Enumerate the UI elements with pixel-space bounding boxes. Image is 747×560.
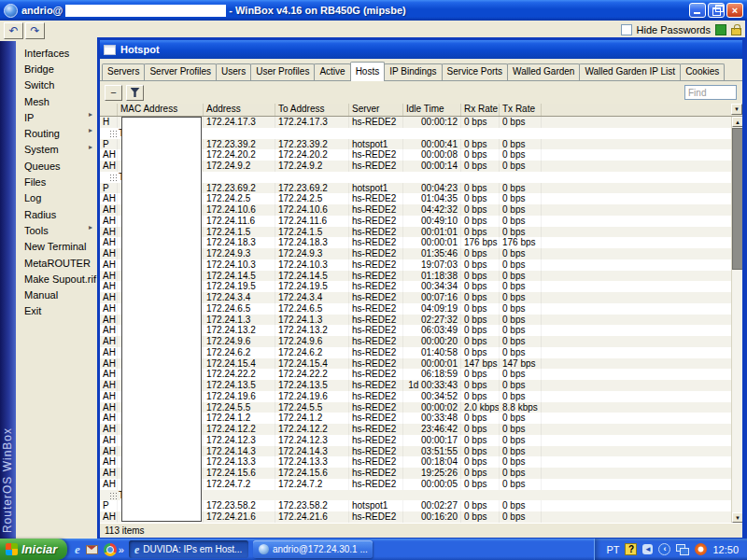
cell-filler <box>542 479 742 490</box>
sidebar-item-log[interactable]: Log <box>16 190 97 206</box>
cell-to-address: 172.24.1.3 <box>275 315 349 326</box>
cell-address: 172.24.2.5 <box>204 193 275 204</box>
envelope-icon[interactable] <box>86 545 98 554</box>
comment-icon <box>109 130 117 137</box>
tab-ip-bindings[interactable]: IP Bindings <box>384 63 442 80</box>
sidebar-item-manual[interactable]: Manual <box>16 287 97 302</box>
cell-flags: AH <box>100 161 118 172</box>
close-button[interactable]: × <box>726 3 743 18</box>
sidebar-item-new-terminal[interactable]: New Terminal <box>16 239 97 255</box>
chrome-icon[interactable] <box>104 543 117 556</box>
cell-tx-rate: 0 bps <box>500 500 542 511</box>
column-header-address[interactable]: Address <box>204 104 275 116</box>
sidebar-item-tools[interactable]: Tools▸ <box>16 222 97 238</box>
cell-server: hs-REDE2 <box>349 456 403 468</box>
cell-flags: AH <box>100 380 118 391</box>
cell-rx-rate: 0 bps <box>461 336 500 347</box>
cell-filler <box>542 292 742 303</box>
cell-address: 172.24.11.6 <box>204 216 275 227</box>
antivirus-icon[interactable] <box>695 543 707 555</box>
cell-server: hs-REDE2 <box>349 259 403 271</box>
tab-active[interactable]: Active <box>314 63 350 80</box>
ie-icon[interactable]: e <box>75 543 80 555</box>
language-indicator[interactable]: PT <box>606 544 619 555</box>
cell-flags: AH <box>100 402 118 413</box>
scrollbar-thumb[interactable] <box>732 128 742 270</box>
sidebar-item-interfaces[interactable]: Interfaces <box>16 45 97 61</box>
cell-rx-rate: 0 bps <box>461 259 500 271</box>
messenger-icon[interactable]: ‹ <box>658 543 670 555</box>
help-icon[interactable]: ? <box>625 543 637 555</box>
scroll-up-button[interactable]: ▲ <box>732 117 742 127</box>
sidebar-item-ip[interactable]: IP▸ <box>16 109 97 125</box>
column-header-flags[interactable] <box>100 104 118 116</box>
cell-idle-time: 00:00:20 <box>403 336 461 347</box>
hide-passwords-checkbox[interactable] <box>621 24 632 35</box>
tab-user-profiles[interactable]: User Profiles <box>250 63 315 80</box>
tab-hosts[interactable]: Hosts <box>350 62 386 81</box>
winbox-icon <box>259 544 269 554</box>
cell-address: 172.24.3.4 <box>204 292 275 303</box>
task-button-andrio-172-24-30-1[interactable]: andrio@172.24.30.1 ... <box>253 540 373 558</box>
scroll-down-button[interactable]: ▼ <box>732 512 742 523</box>
cell-tx-rate: 0 bps <box>500 139 542 150</box>
column-header-rx-rate[interactable]: Rx Rate <box>461 104 500 116</box>
start-button[interactable]: Iniciar <box>0 539 67 560</box>
tab-walled-garden-ip-list[interactable]: Walled Garden IP List <box>579 63 681 80</box>
cell-rx-rate: 0 bps <box>461 435 500 446</box>
cell-tx-rate: 0 bps <box>500 281 542 292</box>
sidebar-item-routing[interactable]: Routing▸ <box>16 125 97 141</box>
minimize-button[interactable] <box>689 3 706 18</box>
tab-service-ports[interactable]: Service Ports <box>442 63 508 80</box>
cell-server: hotspot1 <box>349 183 403 194</box>
cell-flags: P <box>100 183 118 194</box>
sidebar-item-files[interactable]: Files <box>16 174 97 189</box>
sidebar-item-radius[interactable]: Radius <box>16 206 97 222</box>
cell-flags: H <box>100 117 118 128</box>
cell-tx-rate: 0 bps <box>500 446 542 457</box>
cell-flags: P <box>100 139 118 150</box>
tab-users[interactable]: Users <box>216 63 251 80</box>
sidebar-item-metarouter[interactable]: MetaROUTER <box>16 255 97 271</box>
column-header-idle-time[interactable]: Idle Time <box>403 104 461 116</box>
cell-to-address: 172.24.2.5 <box>275 193 349 204</box>
cell-to-address: 172.24.3.4 <box>275 292 349 303</box>
cell-to-address: 172.24.11.6 <box>275 216 349 227</box>
undo-button[interactable]: ↶ <box>4 22 23 39</box>
remove-button[interactable]: − <box>105 85 122 101</box>
hotspot-titlebar[interactable]: Hotspot <box>100 40 742 59</box>
sidebar-item-queues[interactable]: Queues <box>16 158 97 174</box>
tab-walled-garden[interactable]: Walled Garden <box>507 63 580 80</box>
column-header-tx-rate[interactable]: Tx Rate <box>500 104 542 116</box>
network-icon[interactable] <box>676 544 689 555</box>
cell-address: 172.24.6.5 <box>204 303 275 315</box>
cell-flags: AH <box>100 193 118 204</box>
sidebar-item-mesh[interactable]: Mesh <box>16 93 97 109</box>
cell-tx-rate: 8.8 kbps <box>500 402 542 413</box>
brand-strip: RouterOS WinBox <box>0 41 16 539</box>
cell-idle-time: 00:01:01 <box>403 227 461 238</box>
column-header-mac-address[interactable]: MAC Address <box>118 104 204 116</box>
cell-idle-time: 03:51:55 <box>403 446 461 457</box>
sidebar-item-bridge[interactable]: Bridge <box>16 61 97 77</box>
vertical-scrollbar[interactable]: ▲ ▼ <box>731 117 742 523</box>
cell-address: 172.24.13.2 <box>204 325 275 336</box>
task-button-duvida-ips-em-host[interactable]: eDUVIDA: IPs em Host... <box>129 540 248 558</box>
column-select-button[interactable]: ▼ <box>731 104 742 115</box>
sidebar-item-make-supout-rif[interactable]: Make Supout.rif <box>16 271 97 287</box>
tab-servers[interactable]: Servers <box>102 63 145 80</box>
sidebar-item-exit[interactable]: Exit <box>16 303 97 319</box>
find-input[interactable] <box>684 85 737 100</box>
filter-button[interactable] <box>126 85 144 101</box>
maximize-button[interactable] <box>708 3 725 18</box>
tab-server-profiles[interactable]: Server Profiles <box>144 63 217 80</box>
hidden-icons-chevron[interactable]: ◄ <box>642 544 653 554</box>
sidebar-item-switch[interactable]: Switch <box>16 77 97 93</box>
column-header-server[interactable]: Server <box>349 104 403 116</box>
sidebar-item-system[interactable]: System▸ <box>16 142 97 158</box>
tab-cookies[interactable]: Cookies <box>680 63 725 80</box>
redo-button[interactable]: ↷ <box>25 22 45 39</box>
cell-to-address: 172.24.14.5 <box>275 271 349 282</box>
cell-flags: AH <box>100 511 118 523</box>
column-header-to-address[interactable]: To Address <box>275 104 349 116</box>
